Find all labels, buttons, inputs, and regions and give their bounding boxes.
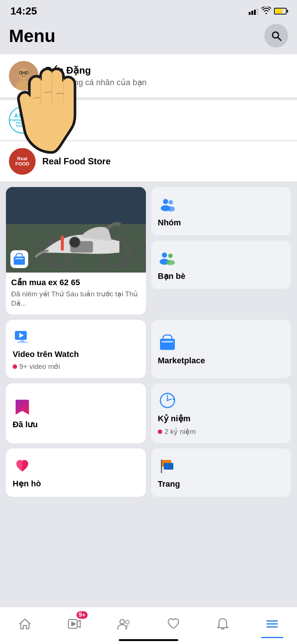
search-icon bbox=[271, 30, 282, 41]
groups-card[interactable]: Nhóm bbox=[151, 187, 291, 235]
listing-image bbox=[6, 187, 146, 273]
marketplace-badge bbox=[10, 250, 28, 268]
wifi-icon bbox=[261, 7, 271, 16]
video-watch-label: Video trên Watch bbox=[13, 350, 139, 359]
dating-icon bbox=[13, 457, 32, 476]
dating-label: Hẹn hò bbox=[13, 479, 139, 489]
shortcuts-section: ASUS Inspiring InnovationPersistent Perf… bbox=[0, 98, 297, 182]
svg-rect-7 bbox=[22, 76, 26, 77]
nav-friends[interactable] bbox=[109, 613, 138, 635]
svg-rect-36 bbox=[160, 339, 175, 350]
grid-section: Cần mua ex 62 65 Đã niêm yết Thứ Sáu tuầ… bbox=[0, 182, 297, 547]
svg-point-5 bbox=[21, 72, 22, 74]
svg-rect-15 bbox=[6, 187, 146, 224]
bottom-nav: 9+ bbox=[0, 607, 297, 644]
page-title: Menu bbox=[9, 26, 55, 46]
memories-card[interactable]: Kỷ niệm 2 kỷ niệm bbox=[151, 383, 291, 443]
saved-card[interactable]: Đã lưu bbox=[6, 383, 146, 443]
video-watch-badge-text: 9+ video mới bbox=[19, 362, 60, 371]
memories-label: Kỷ niệm bbox=[158, 414, 284, 424]
svg-point-24 bbox=[163, 199, 168, 204]
svg-line-1 bbox=[278, 37, 281, 40]
svg-point-29 bbox=[168, 254, 173, 258]
status-time: 14:25 bbox=[10, 5, 37, 17]
video-watch-card[interactable]: Video trên Watch 9+ video mới bbox=[6, 320, 146, 378]
pages-label: Trang bbox=[158, 479, 284, 489]
dating-nav-icon bbox=[165, 616, 182, 632]
listing-title: Cần mua ex 62 65 bbox=[11, 278, 141, 287]
grid-row-4: Hẹn hò Trang bbox=[6, 448, 291, 497]
user-profile-row[interactable]: Đức Đặng Xem trang cá nhân của bạn bbox=[0, 54, 297, 98]
asus-logo: ASUS Inspiring InnovationPersistent Perf… bbox=[9, 107, 36, 133]
nav-video[interactable]: 9+ bbox=[59, 613, 89, 635]
memories-dot bbox=[158, 429, 162, 434]
listing-card[interactable]: Cần mua ex 62 65 Đã niêm yết Thứ Sáu tuầ… bbox=[6, 187, 146, 315]
svg-marker-47 bbox=[71, 621, 76, 627]
pages-card[interactable]: Trang bbox=[151, 448, 291, 497]
video-watch-badge: 9+ video mới bbox=[13, 362, 139, 371]
marketplace-label: Marketplace bbox=[158, 356, 284, 366]
svg-rect-20 bbox=[61, 235, 64, 251]
video-icon bbox=[13, 327, 32, 347]
home-indicator bbox=[119, 639, 178, 641]
battery-icon: ⚡ bbox=[274, 8, 287, 15]
saved-label: Đã lưu bbox=[13, 420, 139, 429]
asus-sub: Inspiring InnovationPersistent Perfectio… bbox=[10, 119, 35, 127]
svg-point-25 bbox=[169, 200, 173, 205]
svg-rect-23 bbox=[15, 258, 23, 259]
user-subtitle: Xem trang cá nhân của bạn bbox=[45, 78, 288, 87]
grid-row-3: Đã lưu Kỷ niệm 2 kỷ niệm bbox=[6, 383, 291, 443]
saved-icon bbox=[13, 397, 32, 417]
user-info: Đức Đặng Xem trang cá nhân của bạn bbox=[45, 65, 288, 87]
asus-shortcut[interactable]: ASUS Inspiring InnovationPersistent Perf… bbox=[0, 100, 297, 141]
svg-rect-34 bbox=[20, 340, 25, 342]
svg-marker-42 bbox=[172, 398, 174, 400]
marketplace-icon bbox=[158, 333, 177, 352]
svg-rect-22 bbox=[14, 257, 25, 265]
avatar bbox=[9, 61, 39, 91]
nav-notifications[interactable] bbox=[208, 613, 238, 635]
memories-badge-text: 2 kỷ niệm bbox=[164, 427, 196, 436]
svg-line-41 bbox=[167, 399, 171, 400]
home-nav-icon bbox=[17, 616, 33, 632]
svg-point-31 bbox=[166, 260, 175, 265]
nav-menu[interactable] bbox=[257, 613, 287, 635]
search-button[interactable] bbox=[264, 24, 288, 48]
asus-logo-text: ASUS bbox=[14, 113, 30, 119]
grid-row-2: Video trên Watch 9+ video mới Marketplac… bbox=[6, 320, 291, 378]
badge-dot bbox=[13, 364, 17, 369]
svg-point-49 bbox=[125, 620, 129, 624]
active-indicator bbox=[261, 637, 283, 638]
svg-point-48 bbox=[120, 619, 124, 624]
listing-subtitle: Đã niêm yết Thứ Sáu tuần trước tại Thủ D… bbox=[11, 290, 141, 308]
status-bar: 14:25 ⚡ bbox=[0, 0, 297, 20]
video-badge: 9+ bbox=[76, 611, 88, 619]
notifications-nav-icon bbox=[215, 616, 231, 632]
svg-point-28 bbox=[162, 252, 167, 258]
friends-icon bbox=[158, 248, 177, 268]
friends-card[interactable]: Bạn bè bbox=[151, 241, 291, 289]
svg-rect-37 bbox=[161, 341, 173, 342]
status-icons: ⚡ bbox=[249, 7, 287, 16]
grid-row-1: Cần mua ex 62 65 Đã niêm yết Thứ Sáu tuầ… bbox=[6, 187, 291, 315]
dating-card[interactable]: Hẹn hò bbox=[6, 448, 146, 497]
realfood-name: Real Food Store bbox=[42, 156, 111, 167]
realfood-shortcut[interactable]: RealFOOD Real Food Store bbox=[0, 141, 297, 182]
asus-name: ASUS bbox=[42, 115, 67, 125]
signal-icon bbox=[249, 7, 258, 15]
svg-point-6 bbox=[25, 72, 27, 74]
marketplace-card[interactable]: Marketplace bbox=[151, 320, 291, 378]
groups-label: Nhóm bbox=[158, 218, 284, 228]
right-col-1: Nhóm Bạn bè bbox=[151, 187, 291, 315]
friends-nav-icon bbox=[115, 616, 132, 632]
realfood-logo: RealFOOD bbox=[9, 148, 36, 175]
friends-label: Bạn bè bbox=[158, 271, 284, 281]
user-name: Đức Đặng bbox=[45, 65, 288, 76]
page-header: Menu bbox=[0, 20, 297, 54]
nav-dating[interactable] bbox=[159, 613, 188, 635]
svg-rect-35 bbox=[17, 342, 27, 343]
memories-icon bbox=[158, 391, 177, 410]
nav-home[interactable] bbox=[10, 613, 40, 635]
groups-icon bbox=[158, 195, 177, 214]
menu-nav-icon bbox=[264, 616, 280, 632]
